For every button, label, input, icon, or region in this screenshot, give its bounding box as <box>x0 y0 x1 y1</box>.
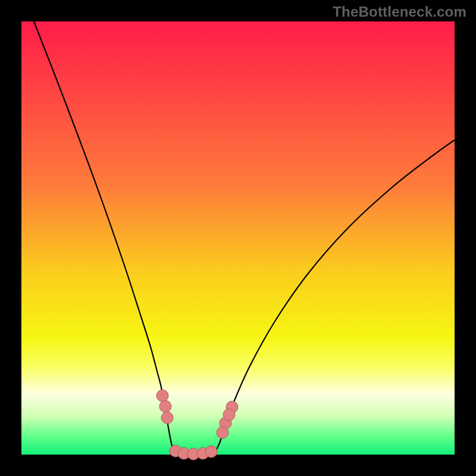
watermark-text: TheBottleneck.com <box>333 4 466 20</box>
marker-11 <box>223 409 235 421</box>
marker-7 <box>205 446 217 458</box>
plot-background <box>21 21 455 455</box>
marker-1 <box>159 400 171 412</box>
marker-0 <box>156 390 168 402</box>
chart-svg <box>0 0 476 476</box>
marker-2 <box>161 412 173 424</box>
marker-9 <box>217 427 228 439</box>
chart-frame: TheBottleneck.com <box>0 0 476 476</box>
